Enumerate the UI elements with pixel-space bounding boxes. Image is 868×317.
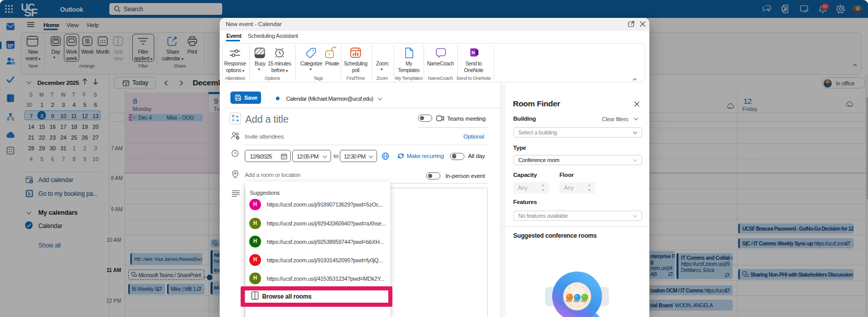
svg-text:N: N <box>472 50 475 55</box>
